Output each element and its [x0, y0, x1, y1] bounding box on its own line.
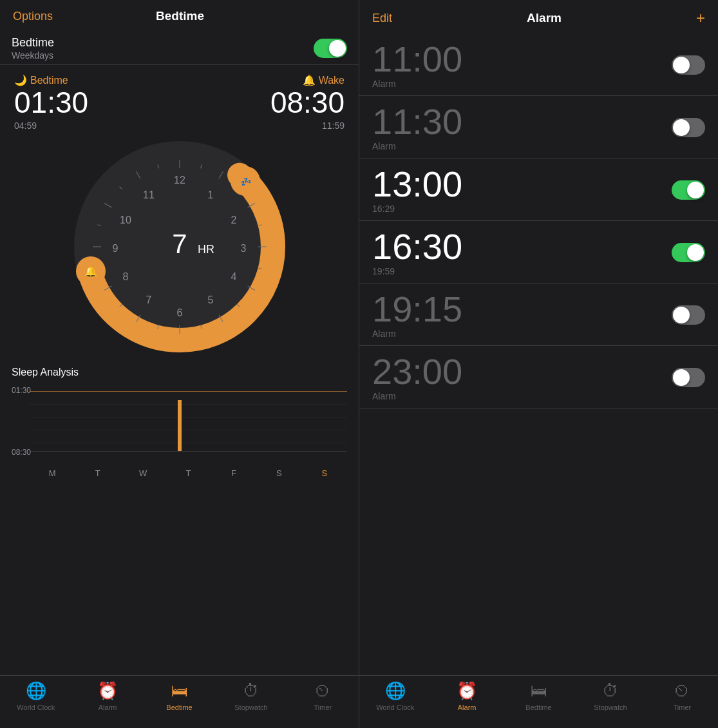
- timer-icon-right: ⏲: [674, 681, 690, 701]
- chart-bottom-line: [30, 451, 347, 452]
- sleep-analysis: Sleep Analysis 01:30 08:30 M T W T F S S: [0, 360, 359, 675]
- alarm-icon-left: ⏰: [97, 681, 118, 701]
- alarm-info-1300: 13:00 16:29: [372, 166, 462, 214]
- alarm-info-1630: 16:30 19:59: [372, 229, 462, 276]
- alarm-sub-1630: 19:59: [372, 266, 462, 276]
- bedtime-label-icon: 🌙 Bedtime: [14, 74, 88, 86]
- timer-label-left: Timer: [314, 704, 332, 711]
- bedtime-label-right: Bedtime: [525, 704, 551, 711]
- alarm-info-1915: 19:15 Alarm: [372, 291, 462, 339]
- wake-value[interactable]: 08:30: [270, 86, 345, 119]
- alarm-info-1100: 11:00 Alarm: [372, 41, 462, 89]
- add-alarm-button[interactable]: +: [696, 9, 705, 27]
- nav-alarm-right[interactable]: ⏰ Alarm: [431, 681, 502, 711]
- left-bottom-nav: 🌐 World Clock ⏰ Alarm 🛏 Bedtime ⏱ Stopwa…: [0, 675, 359, 728]
- nav-world-clock-left[interactable]: 🌐 World Clock: [0, 681, 71, 711]
- svg-text:6: 6: [176, 307, 182, 318]
- wake-block: 🔔 Wake 08:30 11:59: [270, 74, 345, 131]
- grid-line-1: [30, 404, 347, 405]
- bedtime-label-text: Bedtime: [30, 75, 68, 86]
- world-clock-label: World Clock: [17, 704, 55, 711]
- svg-text:10: 10: [120, 215, 131, 225]
- nav-world-clock-right[interactable]: 🌐 World Clock: [359, 681, 431, 711]
- bedtime-value[interactable]: 01:30: [14, 86, 88, 119]
- wake-label-icon: 🔔 Wake: [270, 74, 345, 86]
- alarm-item-1130: 11:30 Alarm: [359, 96, 718, 158]
- clock-svg-wrapper[interactable]: 12 1 2 3 4 5 6 7 8 9 10 11 7 HR 🔔: [70, 137, 289, 356]
- bedtime-toggle[interactable]: [314, 39, 347, 58]
- alarm-toggle-2300[interactable]: [672, 368, 705, 387]
- svg-text:1: 1: [207, 189, 213, 200]
- alarm-time-2300[interactable]: 23:00: [372, 354, 462, 390]
- moon-icon: 🌙: [14, 74, 27, 86]
- alarm-time-1130[interactable]: 11:30: [372, 104, 462, 140]
- nav-bedtime-right[interactable]: 🛏 Bedtime: [503, 681, 574, 711]
- day-w: W: [120, 468, 165, 478]
- alarm-toggle-1915[interactable]: [672, 305, 705, 325]
- alarm-icon-right: ⏰: [457, 681, 477, 701]
- edit-button[interactable]: Edit: [372, 12, 392, 25]
- chart-days: M T W T F S S: [12, 466, 347, 478]
- alarm-info-1130: 11:30 Alarm: [372, 104, 462, 151]
- alarm-toggle-1630[interactable]: [672, 243, 705, 262]
- svg-text:7: 7: [172, 229, 187, 259]
- alarm-name-1100: Alarm: [372, 79, 462, 89]
- alarm-toggle-1100[interactable]: [672, 55, 705, 75]
- day-t2: T: [165, 468, 211, 478]
- stopwatch-icon-right: ⏱: [602, 681, 619, 701]
- clock-container: 12 1 2 3 4 5 6 7 8 9 10 11 7 HR 🔔: [0, 131, 359, 360]
- alarm-name-1915: Alarm: [372, 329, 462, 339]
- svg-text:5: 5: [207, 294, 213, 305]
- chart-bar: [178, 400, 182, 452]
- world-clock-icon: 🌐: [26, 681, 46, 701]
- grid-line-2: [30, 417, 347, 417]
- day-f: F: [211, 468, 256, 478]
- alarm-name-2300: Alarm: [372, 391, 462, 401]
- timer-label-right: Timer: [673, 704, 691, 711]
- alarm-toggle-1130[interactable]: [672, 118, 705, 137]
- bedtime-block: 🌙 Bedtime 01:30 04:59: [14, 74, 88, 131]
- right-header: Edit Alarm +: [359, 0, 718, 34]
- alarm-time-1630[interactable]: 16:30: [372, 229, 462, 265]
- nav-bedtime-left[interactable]: 🛏 Bedtime: [144, 681, 215, 711]
- alarm-time-1300[interactable]: 13:00: [372, 166, 462, 202]
- sleep-analysis-title: Sleep Analysis: [12, 367, 347, 378]
- svg-text:HR: HR: [198, 243, 214, 256]
- right-bottom-nav: 🌐 World Clock ⏰ Alarm 🛏 Bedtime ⏱ Stopwa…: [359, 675, 718, 728]
- alarm-list: 11:00 Alarm 11:30 Alarm 13:00 16:29 16:3…: [359, 34, 718, 675]
- sleep-chart: 01:30 08:30: [12, 382, 347, 466]
- nav-stopwatch-right[interactable]: ⏱ Stopwatch: [574, 681, 646, 711]
- svg-text:4: 4: [231, 271, 236, 282]
- alarm-time-1915[interactable]: 19:15: [372, 291, 462, 327]
- nav-timer-left[interactable]: ⏲ Timer: [287, 681, 359, 711]
- timer-icon-left: ⏲: [314, 681, 331, 701]
- chart-top-line: [30, 391, 347, 392]
- stopwatch-label-left: Stopwatch: [234, 704, 267, 711]
- bedtime-icon: 🛏: [171, 681, 188, 701]
- left-header: Options Bedtime: [0, 0, 359, 30]
- svg-text:7: 7: [146, 294, 151, 305]
- grid-line-4: [30, 443, 347, 443]
- stopwatch-icon-left: ⏱: [243, 681, 260, 701]
- day-t1: T: [75, 468, 120, 478]
- alarm-toggle-1300[interactable]: [672, 180, 705, 200]
- nav-timer-right[interactable]: ⏲ Timer: [647, 681, 718, 711]
- alarm-info-2300: 23:00 Alarm: [372, 354, 462, 401]
- alarm-name-1130: Alarm: [372, 141, 462, 151]
- world-clock-icon-right: 🌐: [385, 681, 406, 701]
- clock-svg: 12 1 2 3 4 5 6 7 8 9 10 11 7 HR 🔔: [70, 137, 289, 356]
- bedtime-label: Bedtime Weekdays: [12, 36, 347, 61]
- grid-line-3: [30, 430, 347, 430]
- alarm-time-1100[interactable]: 11:00: [372, 41, 462, 77]
- right-panel: Edit Alarm + 11:00 Alarm 11:30 Alarm 13:…: [359, 0, 718, 728]
- alarm-item-1300: 13:00 16:29: [359, 158, 718, 221]
- svg-text:3: 3: [240, 243, 246, 254]
- nav-alarm-left[interactable]: ⏰ Alarm: [71, 681, 143, 711]
- bedtime-icon-right: 🛏: [531, 681, 547, 701]
- nav-stopwatch-left[interactable]: ⏱ Stopwatch: [215, 681, 287, 711]
- chart-bottom-label: 08:30: [12, 448, 31, 457]
- alarm-label-right: Alarm: [458, 704, 477, 711]
- alarm-item-1100: 11:00 Alarm: [359, 34, 718, 96]
- time-section: 🌙 Bedtime 01:30 04:59 🔔 Wake 08:30 11:59: [0, 65, 359, 131]
- options-button[interactable]: Options: [13, 10, 53, 23]
